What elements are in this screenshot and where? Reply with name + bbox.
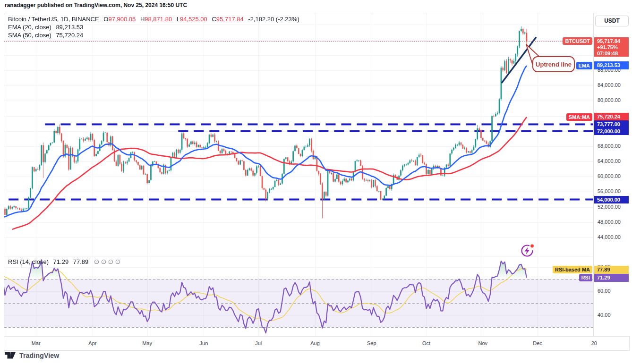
chart-frame: Bitcoin / TetherUS, 1D, BINANCE O97,900.…	[4, 13, 630, 351]
rsi-tick-label: 60.00	[598, 288, 611, 294]
ema-label: EMA (20, close)	[8, 24, 51, 31]
sma-tag: SMA:MA	[566, 113, 592, 121]
lightning-bolt-icon	[525, 247, 530, 255]
ema-value: 89,213.53	[56, 24, 83, 31]
change-percent: +91.75%	[597, 44, 629, 51]
time-axis-label: Aug	[310, 340, 320, 346]
level-axis-box: 72,000.00	[594, 127, 629, 135]
price-tick-label: 64,000.00	[598, 158, 621, 164]
rsi-tick-label: 40.00	[598, 312, 611, 318]
time-axis-label: Jun	[200, 340, 208, 346]
time-axis[interactable]: MarAprMayJunJulAugSepOctNovDec20	[4, 336, 629, 350]
close-key: C	[212, 16, 216, 23]
time-axis-label: Mar	[32, 340, 41, 346]
time-axis-label: 20	[591, 340, 597, 346]
chart-canvas[interactable]	[4, 13, 593, 336]
price-tick-label: 48,000.00	[598, 219, 621, 225]
low-value: 94,525.00	[180, 16, 207, 23]
time-axis-label: May	[142, 340, 152, 346]
level-axis-box: 54,000.00	[594, 196, 629, 203]
rsi-ma-tag: RSI-based MA	[553, 266, 592, 273]
rsi-ma-value: 77.89	[73, 258, 89, 265]
sma-value: 75,720.24	[56, 32, 83, 39]
currency-unit-button[interactable]: USDT	[595, 16, 629, 26]
uptrend-callout[interactable]: Uptrend line	[521, 43, 577, 75]
published-byline: ranadagger published on TradingView.com,…	[5, 2, 187, 8]
sma-label: SMA (50, close)	[8, 32, 51, 39]
price-tick-label: 68,000.00	[598, 143, 621, 149]
last-price: 95,717.84	[597, 38, 629, 44]
tradingview-mark-icon	[5, 352, 16, 359]
main-legend: Bitcoin / TetherUS, 1D, BINANCE O97,900.…	[8, 16, 299, 40]
low-key: L	[177, 16, 180, 23]
symbol-legend-row[interactable]: Bitcoin / TetherUS, 1D, BINANCE O97,900.…	[8, 16, 299, 23]
open-key: O	[103, 16, 108, 23]
rsi-empty-params: ∅ ∅ ∅ ∅	[94, 258, 120, 265]
time-axis-label: Apr	[88, 340, 96, 346]
sma-legend-row[interactable]: SMA (50, close) 75,720.24	[8, 32, 299, 39]
change-value: -2,182.20 (-2.23%)	[248, 16, 299, 23]
price-tick-label: 60,000.00	[598, 173, 621, 179]
high-value: 98,871.80	[145, 16, 172, 23]
time-axis-label: Jul	[255, 340, 262, 346]
high-key: H	[140, 16, 145, 23]
time-axis-label: Nov	[478, 340, 488, 346]
ema-axis-box: 89,213.53	[594, 61, 629, 69]
open-value: 97,900.05	[108, 16, 136, 23]
time-axis-label: Dec	[533, 340, 542, 346]
ema-tag: EMA	[576, 62, 592, 69]
ema-legend-row[interactable]: EMA (20, close) 89,213.53	[8, 24, 299, 31]
tradingview-published-chart: ranadagger published on TradingView.com,…	[0, 0, 632, 364]
sma-axis-box: 75,720.24	[594, 113, 629, 121]
symbol-title: Bitcoin / TetherUS, 1D, BINANCE	[8, 16, 99, 23]
price-tick-label: 56,000.00	[598, 188, 621, 194]
callout-text: Uptrend line	[536, 61, 572, 68]
time-axis-label: Sep	[367, 340, 376, 346]
rsi-legend-row[interactable]: RSI (14, close) 71.29 77.89 ∅ ∅ ∅ ∅	[8, 258, 120, 265]
rsi-value: 71.29	[53, 258, 69, 265]
rsi-tag: RSI	[579, 274, 592, 281]
last-price-axis-box: 95,717.84 +91.75% 07:09:48	[594, 37, 629, 57]
rsi-axis-box: 71.29	[594, 274, 629, 282]
tradingview-logo[interactable]: TradingView	[5, 352, 59, 359]
market-status-icon[interactable]	[519, 242, 536, 259]
time-axis-label: Oct	[422, 340, 430, 346]
rsi-label: RSI (14, close)	[8, 258, 49, 265]
price-tick-label: 80,000.00	[598, 97, 621, 103]
pane-separator[interactable]	[4, 256, 593, 256]
price-tick-label: 44,000.00	[598, 234, 621, 240]
bar-countdown: 07:09:48	[597, 51, 629, 57]
rsi-ma-axis-box: 77.89	[594, 266, 629, 274]
notification-dot	[530, 245, 534, 248]
price-tick-label: 52,000.00	[598, 204, 621, 210]
brand-text: TradingView	[19, 352, 59, 359]
price-tick-label: 84,000.00	[598, 82, 621, 88]
close-value: 95,717.84	[216, 16, 244, 23]
